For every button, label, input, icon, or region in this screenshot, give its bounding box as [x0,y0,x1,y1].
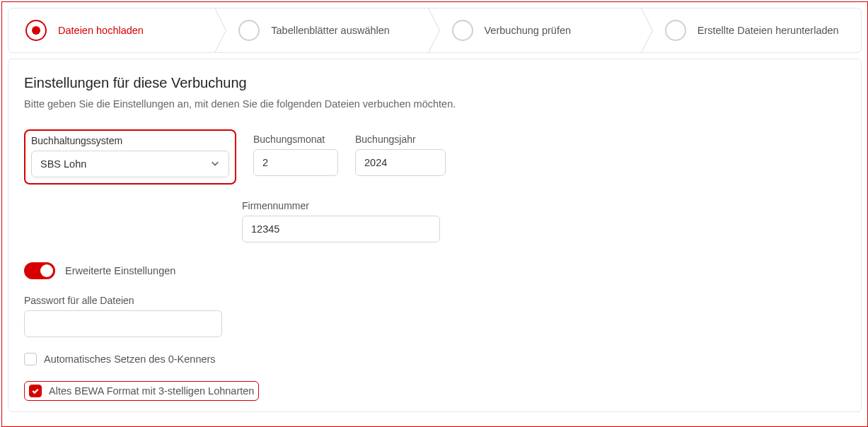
password-value[interactable] [33,318,213,329]
panel-title: Einstellungen für diese Verbuchung [24,75,845,91]
company-number-input[interactable] [242,216,440,242]
company-number-value[interactable] [251,223,431,235]
booking-year-field: Buchungsjahr [355,129,446,176]
step-label: Tabellenblätter auswählen [271,25,390,36]
password-input[interactable] [24,310,222,337]
check-icon [31,387,40,395]
company-number-field: Firmennummer [242,200,845,242]
panel-subtitle: Bitte geben Sie die Einstellungen an, mi… [24,98,845,110]
wizard-stepper: Dateien hochladen Tabellenblätter auswäh… [8,8,862,53]
step-download[interactable]: Erstellte Dateien herunterladen [648,8,861,52]
accounting-system-label: Buchhaltungssystem [31,135,229,146]
accounting-system-select[interactable]: SBS Lohn [31,151,229,177]
auto-zero-row: Automatisches Setzen des 0-Kenners [24,353,845,365]
password-field: Passwort für alle Dateien [24,295,845,337]
accounting-system-field: Buchhaltungssystem SBS Lohn [31,135,229,177]
chevron-down-icon [210,158,220,170]
advanced-settings-toggle[interactable] [24,262,55,279]
bewa-format-checkbox[interactable] [29,385,42,397]
booking-year-value[interactable] [364,157,436,168]
step-upload[interactable]: Dateien hochladen [8,8,221,52]
bewa-format-label: Altes BEWA Format mit 3-stelligen Lohnar… [49,385,254,397]
booking-month-field: Buchungsmonat [253,129,338,176]
accounting-system-highlight: Buchhaltungssystem SBS Lohn [24,129,236,185]
app-frame: Dateien hochladen Tabellenblätter auswäh… [1,1,868,427]
accounting-system-value: SBS Lohn [40,158,86,170]
booking-month-value[interactable] [262,157,329,168]
step-label: Erstellte Dateien herunterladen [698,25,839,36]
booking-year-label: Buchungsjahr [355,134,446,145]
step-select-sheets[interactable]: Tabellenblätter auswählen [221,8,434,52]
step-indicator-icon [238,20,260,41]
booking-year-input[interactable] [355,149,446,176]
auto-zero-checkbox[interactable] [24,353,37,365]
password-label: Passwort für alle Dateien [24,295,845,306]
step-label: Verbuchung prüfen [485,25,572,36]
step-check-booking[interactable]: Verbuchung prüfen [435,8,648,52]
step-indicator-icon [665,20,686,41]
fields-row-2: Firmennummer [242,200,845,242]
step-label: Dateien hochladen [58,25,144,36]
step-indicator-active-icon [25,20,47,41]
advanced-settings-label: Erweiterte Einstellungen [65,265,175,276]
settings-panel: Einstellungen für diese Verbuchung Bitte… [8,59,862,412]
booking-month-input[interactable] [253,149,338,176]
step-indicator-icon [452,20,473,41]
booking-month-label: Buchungsmonat [253,134,338,145]
advanced-settings-row: Erweiterte Einstellungen [24,262,845,279]
auto-zero-label: Automatisches Setzen des 0-Kenners [44,353,216,365]
bewa-format-highlight: Altes BEWA Format mit 3-stelligen Lohnar… [24,381,259,401]
company-number-label: Firmennummer [242,200,845,211]
fields-row-1: Buchhaltungssystem SBS Lohn Buchungsmona… [24,129,845,185]
